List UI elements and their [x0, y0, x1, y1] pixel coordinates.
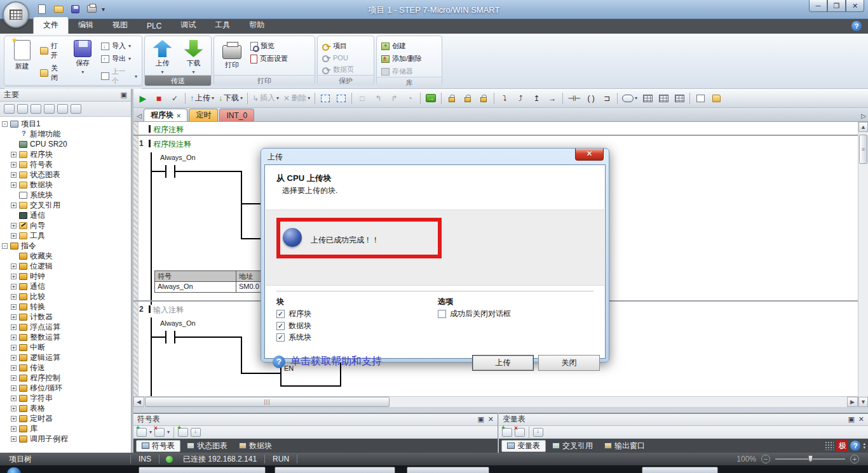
library-create-button[interactable]: 创建: [379, 41, 424, 51]
chart-view-icon[interactable]: [31, 104, 41, 114]
tab-scroll-right-icon[interactable]: ▷: [859, 112, 868, 121]
next-bookmark-button[interactable]: ↱: [387, 91, 401, 105]
tab-program-block[interactable]: 程序块×: [144, 109, 187, 121]
tree-item[interactable]: + 比较: [0, 291, 131, 302]
tree-expander-icon[interactable]: +: [11, 426, 17, 432]
data-view-icon[interactable]: [44, 104, 55, 114]
tab-data-block[interactable]: 数据块: [234, 440, 277, 452]
dialog-close-action-button[interactable]: 关闭: [538, 355, 600, 371]
close-project-button[interactable]: 关闭: [38, 63, 66, 83]
toolbar-upload-button[interactable]: ↑上传▾: [189, 91, 215, 105]
line-right-button[interactable]: →: [545, 91, 559, 105]
tree-item[interactable]: + 交叉引用: [0, 200, 131, 210]
insert-button[interactable]: ↳插入▾: [251, 91, 280, 105]
help-button[interactable]: ?: [851, 21, 862, 31]
tree-item[interactable]: - 项目1: [0, 119, 131, 129]
stop-button[interactable]: ■: [152, 91, 166, 105]
tab-int0[interactable]: INT_0: [219, 109, 254, 121]
tree-item[interactable]: + 程序控制: [0, 373, 131, 383]
close-button[interactable]: ✕: [846, 0, 864, 12]
tree-expander-icon[interactable]: +: [11, 436, 17, 442]
dialog-close-button[interactable]: ✕: [575, 149, 604, 161]
tree-item[interactable]: + 逻辑运算: [0, 352, 131, 363]
contact-2[interactable]: [165, 331, 166, 343]
checkbox-unchecked-icon[interactable]: [438, 310, 446, 318]
previous-button[interactable]: 上一个▾: [99, 66, 139, 86]
symbol-panel-close-icon[interactable]: ✕: [488, 415, 494, 423]
tree-item[interactable]: + 中断: [0, 342, 131, 352]
tree-item[interactable]: - 指令: [0, 241, 131, 251]
scroll-down-icon[interactable]: ▼: [858, 397, 868, 407]
start-button[interactable]: [6, 467, 22, 473]
goto-button[interactable]: →: [424, 91, 438, 105]
comm-view-icon[interactable]: [71, 104, 81, 114]
save-button[interactable]: 保存▾: [68, 38, 98, 75]
table-view-icon[interactable]: [17, 104, 28, 114]
edit-doc-button[interactable]: [693, 91, 707, 105]
insert-coil-button[interactable]: ( ): [584, 91, 598, 105]
tree-item[interactable]: + 转换: [0, 302, 131, 312]
download-variable-icon[interactable]: [533, 428, 543, 437]
corner-arrows-icon[interactable]: ▴▾: [863, 442, 865, 450]
add-symbol-table-icon[interactable]: [137, 428, 147, 437]
tree-expander-icon[interactable]: +: [11, 355, 17, 361]
page-setup-button[interactable]: 页面设置: [248, 53, 290, 64]
dialog-help-link[interactable]: 单击获取帮助和支持: [290, 355, 382, 368]
tree-expander-icon[interactable]: +: [11, 274, 17, 279]
tree-item[interactable]: + 程序块: [0, 149, 131, 159]
branch-up-button[interactable]: ⤴: [513, 91, 527, 105]
ime-badge[interactable]: 极: [836, 440, 848, 451]
checkbox-close-on-success[interactable]: 成功后关闭对话框: [438, 309, 511, 319]
delete-variable-row-icon[interactable]: [515, 428, 525, 437]
checkbox-system-block[interactable]: ✓系统块: [276, 332, 311, 343]
tree-item[interactable]: CPU SR20: [0, 139, 131, 149]
export-button[interactable]: 导出▾: [99, 53, 139, 64]
contact-1-label[interactable]: Always_On: [160, 154, 196, 161]
symbol-table-button[interactable]: [641, 91, 654, 105]
insert-row-icon[interactable]: [178, 428, 188, 437]
tab-cross-reference[interactable]: 交叉引用: [547, 440, 598, 452]
checkbox-checked-icon[interactable]: ✓: [276, 322, 285, 330]
tree-item[interactable]: + 定时器: [0, 413, 131, 423]
scroll-right-icon[interactable]: ▶: [847, 397, 858, 407]
restore-button[interactable]: ❐: [827, 0, 846, 12]
tree-item[interactable]: + 表格: [0, 403, 131, 413]
delete-button[interactable]: ✕删除▾: [282, 91, 311, 105]
edit-folder-button[interactable]: [709, 91, 723, 105]
checkbox-checked-icon[interactable]: ✓: [276, 333, 285, 342]
checkbox-program-block[interactable]: ✓程序块: [276, 309, 311, 319]
xref-view-icon[interactable]: [57, 104, 68, 114]
network-1-comment[interactable]: 程序段注释: [153, 139, 191, 150]
tree-item[interactable]: + 传送: [0, 363, 131, 373]
tree-expander-icon[interactable]: +: [11, 233, 17, 239]
tree-expander-icon[interactable]: +: [11, 172, 17, 178]
tab-close-icon[interactable]: ×: [177, 112, 180, 119]
tree-item[interactable]: + 向导: [0, 220, 131, 230]
password-button[interactable]: [477, 91, 491, 105]
dialog-help[interactable]: ? 单击获取帮助和支持: [273, 355, 382, 368]
address-toggle-button[interactable]: ▾: [621, 91, 639, 105]
minimize-button[interactable]: ─: [809, 0, 827, 12]
line-up-button[interactable]: ↥: [529, 91, 543, 105]
add-variable-row-icon[interactable]: [502, 428, 512, 437]
tree-item[interactable]: + 通信: [0, 281, 131, 291]
tab-symbol-table[interactable]: 符号表: [136, 440, 180, 452]
taskbar-window-button[interactable]: [139, 467, 266, 473]
tree-item[interactable]: + 字符串: [0, 393, 131, 403]
tree-item[interactable]: + 调用子例程: [0, 434, 131, 444]
zoom-in-icon[interactable]: +: [850, 455, 859, 463]
tree-expander-icon[interactable]: +: [11, 365, 17, 371]
insert-contact-button[interactable]: ⊣⊢: [566, 91, 582, 105]
protect-pou-button[interactable]: POU: [320, 53, 356, 62]
branch-down-button[interactable]: ⤵: [498, 91, 512, 105]
download-button[interactable]: 下载▾: [179, 38, 208, 75]
horizontal-scrollbar[interactable]: ◀ ||| ▶: [133, 396, 858, 407]
zoom-out-icon[interactable]: −: [761, 455, 770, 463]
pin-icon[interactable]: ▣: [121, 91, 127, 99]
checkbox-checked-icon[interactable]: ✓: [276, 310, 285, 318]
select-network-button[interactable]: [318, 91, 332, 105]
tree-expander-icon[interactable]: +: [11, 304, 17, 310]
tree-expander-icon[interactable]: +: [11, 345, 17, 350]
delete-symbol-table-icon[interactable]: [154, 428, 165, 437]
tab-timer[interactable]: 定时: [189, 109, 218, 121]
